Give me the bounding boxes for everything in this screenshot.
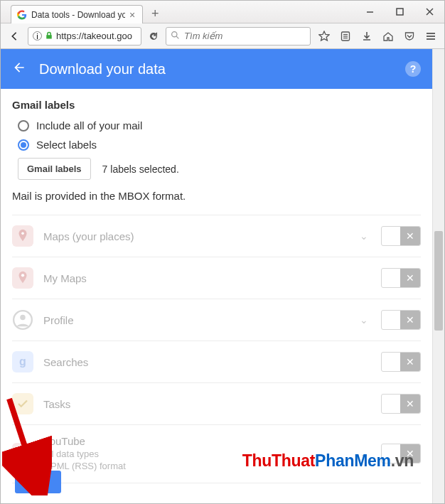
list-item-mymaps: My Maps ⌄ ✕ xyxy=(12,257,421,299)
include-toggle[interactable]: ✕ xyxy=(381,226,421,246)
url-text: https://takeout.goo xyxy=(56,31,132,41)
mbox-note: Mail is provided in the MBOX format. xyxy=(12,190,421,202)
labels-subrow: Gmail labels 7 labels selected. xyxy=(18,158,421,180)
google-favicon xyxy=(17,10,27,20)
svg-point-13 xyxy=(21,232,24,235)
list-item-maps: Maps (your places) ⌄ ✕ xyxy=(12,215,421,257)
tab-close-icon[interactable]: × xyxy=(129,9,135,21)
watermark: ThuThuatPhanMem.vn xyxy=(242,451,414,471)
radio-icon-selected xyxy=(18,139,29,151)
list-item-name: YouTube xyxy=(43,435,347,447)
radio-all-mail[interactable]: Include all of your mail xyxy=(18,119,421,132)
content-viewport: Download your data ? Gmail labels Includ… xyxy=(1,49,444,503)
list-item-label: Profile xyxy=(43,314,347,326)
tasks-icon xyxy=(12,393,33,414)
page-title: Download your data xyxy=(39,61,392,77)
back-button[interactable] xyxy=(5,27,23,45)
svg-point-14 xyxy=(21,274,24,277)
list-item-searches: g Searches ⌄ ✕ xyxy=(12,341,421,382)
toolbar-actions xyxy=(315,27,440,45)
radio-label: Select labels xyxy=(36,139,97,151)
list-item-label: Maps (your places) xyxy=(43,230,347,242)
watermark-part2: PhanMem xyxy=(315,451,391,470)
close-icon: ✕ xyxy=(400,227,420,245)
list-item-label: Searches xyxy=(43,356,347,368)
tab-strip: Data tools - Download your × + xyxy=(1,1,355,23)
titlebar: Data tools - Download your × + xyxy=(1,1,444,23)
gmail-labels-heading: Gmail labels xyxy=(12,99,421,111)
svg-line-5 xyxy=(176,36,178,38)
hamburger-menu-icon[interactable] xyxy=(422,27,440,45)
radio-label: Include all of your mail xyxy=(36,119,142,132)
include-toggle[interactable]: ✕ xyxy=(381,268,421,288)
close-icon: ✕ xyxy=(400,311,420,329)
include-toggle[interactable]: ✕ xyxy=(381,394,421,414)
list-item-tasks: Tasks ⌄ ✕ xyxy=(12,382,421,424)
list-item-label: My Maps xyxy=(43,272,347,284)
include-toggle[interactable]: ✕ xyxy=(381,352,421,372)
youtube-icon xyxy=(12,443,33,464)
page-content: Download your data ? Gmail labels Includ… xyxy=(1,49,432,503)
pocket-icon[interactable] xyxy=(400,27,419,45)
watermark-part1: ThuThuat xyxy=(242,451,315,470)
list-item-label: Tasks xyxy=(43,398,347,410)
window-minimize-button[interactable] xyxy=(355,1,385,23)
bookmark-star-icon[interactable] xyxy=(315,27,333,45)
window-maximize-button[interactable] xyxy=(385,1,414,23)
nav-toolbar: i https://takeout.goo xyxy=(1,23,444,49)
watermark-part3: .vn xyxy=(391,451,414,470)
reader-icon[interactable] xyxy=(336,27,355,45)
window-close-button[interactable] xyxy=(414,1,444,23)
close-icon: ✕ xyxy=(400,353,420,371)
searches-icon: g xyxy=(12,351,33,372)
list-item-profile: Profile ⌄ ✕ xyxy=(12,299,421,341)
labels-selected-count: 7 labels selected. xyxy=(102,163,179,175)
product-list: Maps (your places) ⌄ ✕ My Maps ⌄ ✕ P xyxy=(12,215,421,483)
next-button[interactable]: Next xyxy=(15,471,61,493)
firefox-window: Data tools - Download your × + i https:/… xyxy=(0,0,445,504)
gmail-labels-button[interactable]: Gmail labels xyxy=(18,158,91,180)
svg-point-4 xyxy=(172,31,177,36)
back-arrow-icon[interactable] xyxy=(12,60,26,77)
close-icon: ✕ xyxy=(400,395,420,413)
info-icon[interactable]: i xyxy=(33,31,42,41)
close-icon: ✕ xyxy=(400,269,420,287)
svg-rect-1 xyxy=(397,9,403,15)
home-icon[interactable] xyxy=(379,27,397,45)
reload-button[interactable] xyxy=(146,27,161,45)
new-tab-button[interactable]: + xyxy=(147,6,163,21)
search-input[interactable] xyxy=(184,31,306,41)
radio-icon xyxy=(18,120,29,132)
url-bar[interactable]: i https://takeout.goo xyxy=(28,27,141,45)
svg-point-16 xyxy=(20,315,25,320)
chevron-down-icon[interactable]: ⌄ xyxy=(357,314,371,326)
tab-title: Data tools - Download your xyxy=(31,10,125,20)
lock-icon xyxy=(45,30,53,43)
page-body: Gmail labels Include all of your mail Se… xyxy=(1,89,432,483)
scrollbar-thumb[interactable] xyxy=(434,231,443,331)
chevron-down-icon[interactable]: ⌄ xyxy=(357,230,371,242)
downloads-icon[interactable] xyxy=(358,27,376,45)
page-header: Download your data ? xyxy=(1,49,432,89)
search-icon xyxy=(171,30,180,43)
window-controls xyxy=(355,1,444,23)
profile-icon xyxy=(12,309,33,331)
vertical-scrollbar[interactable] xyxy=(432,49,444,503)
mymaps-icon xyxy=(12,267,33,289)
include-toggle[interactable]: ✕ xyxy=(381,310,421,330)
search-bar[interactable] xyxy=(166,27,311,45)
maps-icon xyxy=(12,225,33,247)
radio-select-labels[interactable]: Select labels xyxy=(18,139,421,151)
browser-tab[interactable]: Data tools - Download your × xyxy=(11,5,143,23)
help-icon[interactable]: ? xyxy=(405,61,421,77)
